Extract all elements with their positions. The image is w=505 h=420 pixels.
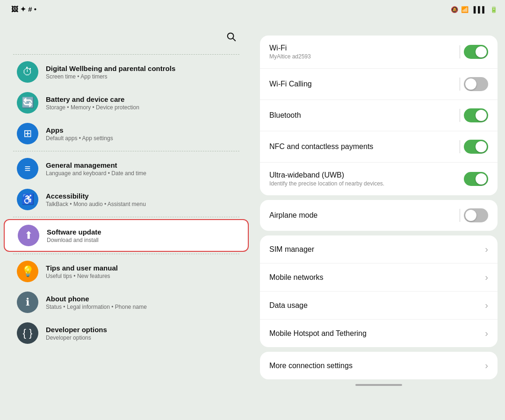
settings-item-software-update[interactable]: ⬆Software updateDownload and install: [4, 219, 249, 252]
digital-wellbeing-subtitle: Screen time • App timers: [46, 73, 175, 80]
signal-bars-icon: ▐▐▐: [471, 6, 484, 13]
conn-item-title-mobile-networks: Mobile networks: [269, 273, 324, 282]
settings-item-accessibility[interactable]: ♿AccessibilityTalkBack • Mono audio • As…: [4, 184, 249, 215]
chevron-right-icon-mobile-hotspot: ›: [485, 328, 488, 339]
conn-item-airplane-mode[interactable]: Airplane mode: [260, 200, 498, 231]
about-phone-title: About phone: [46, 295, 147, 303]
toggle-wifi-calling[interactable]: [464, 77, 488, 91]
settings-item-tips[interactable]: 💡Tips and user manualUseful tips • New f…: [4, 256, 249, 287]
conn-item-wifi[interactable]: Wi-FiMyAltice ad2593: [260, 36, 498, 69]
settings-item-digital-wellbeing[interactable]: ⏱Digital Wellbeing and parental controls…: [4, 57, 249, 87]
card-card-top: Wi-FiMyAltice ad2593Wi-Fi CallingBluetoo…: [260, 36, 498, 195]
tips-icon: 💡: [17, 261, 38, 282]
tips-text-wrap: Tips and user manualUseful tips • New fe…: [46, 264, 118, 279]
connections-title: [260, 24, 498, 36]
left-panel: ⏱Digital Wellbeing and parental controls…: [0, 19, 252, 420]
settings-list: ⏱Digital Wellbeing and parental controls…: [0, 57, 252, 349]
scroll-indicator: [355, 384, 402, 386]
toggle-divider-bluetooth: [460, 109, 460, 122]
settings-title: [0, 24, 252, 52]
conn-item-right-bluetooth: [460, 108, 488, 122]
conn-item-left-uwb: Ultra-wideband (UWB)Identify the precise…: [269, 171, 384, 187]
conn-item-subtitle-uwb: Identify the precise location of nearby …: [269, 180, 384, 187]
settings-item-general-management[interactable]: ≡General managementLanguage and keyboard…: [4, 153, 249, 184]
notification-icons: 🖼 ✦ # •: [11, 5, 36, 14]
about-phone-icon: ℹ: [17, 292, 38, 313]
conn-item-mobile-networks[interactable]: Mobile networks›: [260, 263, 498, 292]
conn-item-title-wifi: Wi-Fi: [269, 44, 311, 52]
conn-item-title-bluetooth: Bluetooth: [269, 111, 301, 120]
digital-wellbeing-title: Digital Wellbeing and parental controls: [46, 64, 175, 72]
toggle-uwb[interactable]: [464, 172, 488, 186]
toggle-wifi[interactable]: [464, 45, 488, 59]
developer-options-title: Developer options: [46, 326, 107, 334]
general-management-text-wrap: General managementLanguage and keyboard …: [46, 161, 146, 177]
settings-item-developer-options[interactable]: { }Developer optionsDeveloper options: [4, 318, 249, 349]
toggle-divider-nfc: [460, 140, 460, 153]
general-management-icon: ≡: [17, 158, 38, 179]
software-update-subtitle: Download and install: [47, 237, 101, 243]
conn-item-uwb[interactable]: Ultra-wideband (UWB)Identify the precise…: [260, 163, 498, 195]
apps-icon: ⊞: [17, 123, 38, 144]
settings-item-battery[interactable]: 🔄Battery and device careStorage • Memory…: [4, 87, 249, 118]
divider-before-tips: [13, 254, 239, 254]
conn-item-title-mobile-hotspot: Mobile Hotspot and Tethering: [269, 329, 367, 338]
digital-wellbeing-text-wrap: Digital Wellbeing and parental controlsS…: [46, 64, 175, 80]
battery-icon: 🔄: [17, 92, 38, 114]
svg-line-1: [233, 38, 235, 41]
card-card-more: More connection settings›: [260, 352, 498, 379]
toggle-airplane-mode[interactable]: [464, 208, 488, 222]
conn-item-left-more-connection: More connection settings: [269, 362, 353, 370]
conn-item-wifi-calling[interactable]: Wi-Fi Calling: [260, 69, 498, 100]
conn-item-right-nfc: [460, 140, 488, 154]
conn-item-title-nfc: NFC and contactless payments: [269, 142, 373, 151]
battery-subtitle: Storage • Memory • Device protection: [46, 104, 139, 111]
general-management-subtitle: Language and keyboard • Date and time: [46, 170, 146, 177]
divider-1: [13, 54, 239, 55]
digital-wellbeing-icon: ⏱: [17, 61, 38, 83]
conn-item-nfc[interactable]: NFC and contactless payments: [260, 131, 498, 163]
conn-item-left-mobile-hotspot: Mobile Hotspot and Tethering: [269, 329, 367, 338]
wifi-signal-icon: 📶: [461, 6, 469, 13]
conn-item-sim-manager[interactable]: SIM manager›: [260, 235, 498, 263]
software-update-icon: ⬆: [18, 225, 39, 246]
apps-text-wrap: AppsDefault apps • App settings: [46, 126, 113, 142]
divider-before-general-management: [13, 151, 239, 151]
conn-item-more-connection[interactable]: More connection settings›: [260, 352, 498, 379]
conn-item-title-sim-manager: SIM manager: [269, 245, 314, 254]
right-panel: Wi-FiMyAltice ad2593Wi-Fi CallingBluetoo…: [252, 19, 505, 420]
mute-icon: 🔕: [451, 6, 458, 13]
conn-item-bluetooth[interactable]: Bluetooth: [260, 100, 498, 131]
toggle-divider-wifi-calling: [460, 78, 460, 91]
connections-cards: Wi-FiMyAltice ad2593Wi-Fi CallingBluetoo…: [260, 36, 498, 379]
toggle-nfc[interactable]: [464, 140, 488, 154]
developer-options-subtitle: Developer options: [46, 335, 107, 341]
software-update-text-wrap: Software updateDownload and install: [47, 228, 101, 243]
about-phone-subtitle: Status • Legal information • Phone name: [46, 304, 147, 310]
battery-icon: 🔋: [490, 6, 498, 13]
settings-item-apps[interactable]: ⊞AppsDefault apps • App settings: [4, 118, 249, 149]
conn-item-mobile-hotspot[interactable]: Mobile Hotspot and Tethering›: [260, 320, 498, 347]
toggle-divider-airplane-mode: [460, 209, 460, 222]
search-button[interactable]: [223, 28, 239, 45]
about-phone-text-wrap: About phoneStatus • Legal information • …: [46, 295, 147, 310]
developer-options-text-wrap: Developer optionsDeveloper options: [46, 326, 107, 341]
status-bar-left: 🖼 ✦ # •: [7, 5, 36, 14]
general-management-title: General management: [46, 161, 146, 169]
conn-item-right-wifi: [460, 45, 488, 59]
conn-item-left-sim-manager: SIM manager: [269, 245, 314, 254]
settings-item-about-phone[interactable]: ℹAbout phoneStatus • Legal information •…: [4, 287, 249, 318]
conn-item-title-more-connection: More connection settings: [269, 362, 353, 370]
accessibility-title: Accessibility: [46, 192, 146, 200]
toggle-divider-wifi: [460, 45, 460, 58]
toggle-bluetooth[interactable]: [464, 108, 488, 122]
conn-item-left-data-usage: Data usage: [269, 301, 308, 310]
tips-subtitle: Useful tips • New features: [46, 273, 118, 279]
conn-item-title-wifi-calling: Wi-Fi Calling: [269, 80, 312, 88]
conn-item-title-airplane-mode: Airplane mode: [269, 211, 317, 220]
conn-item-left-wifi-calling: Wi-Fi Calling: [269, 80, 312, 88]
conn-item-right-uwb: [464, 172, 488, 186]
status-bar: 🖼 ✦ # • 🔕 📶 ▐▐▐ 🔋: [0, 0, 505, 19]
accessibility-subtitle: TalkBack • Mono audio • Assistant menu: [46, 201, 146, 207]
conn-item-data-usage[interactable]: Data usage›: [260, 292, 498, 320]
